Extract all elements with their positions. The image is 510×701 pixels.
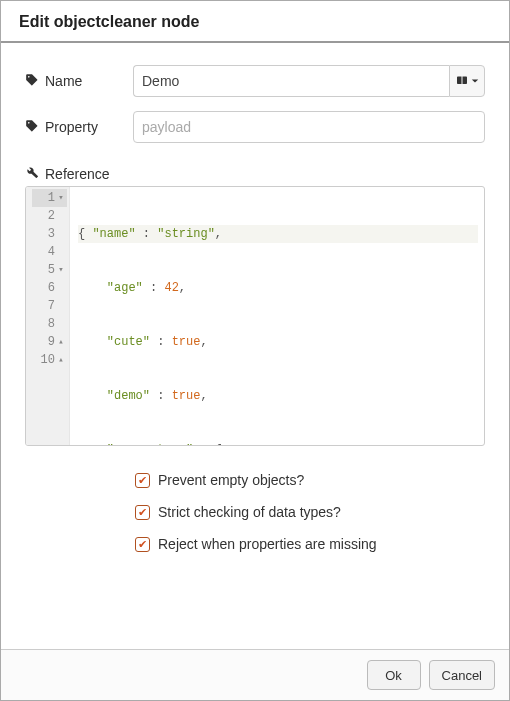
wrench-icon: [25, 165, 39, 182]
dialog-body: Name Property: [1, 43, 509, 578]
gutter-line: 1▾: [32, 189, 67, 207]
fold-icon[interactable]: ▾: [57, 261, 65, 279]
strict-types-row: Strict checking of data types?: [135, 504, 485, 520]
dialog-header: Edit objectcleaner node: [1, 1, 509, 43]
code-line: "demo" : true,: [78, 387, 478, 405]
cancel-button[interactable]: Cancel: [429, 660, 495, 690]
name-input[interactable]: [133, 65, 449, 97]
prevent-empty-label: Prevent empty objects?: [158, 472, 304, 488]
property-input-wrap: [133, 111, 485, 143]
reject-missing-label: Reject when properties are missing: [158, 536, 377, 552]
gutter-line: 2: [32, 207, 67, 225]
name-type-button[interactable]: [449, 65, 485, 97]
prevent-empty-checkbox[interactable]: [135, 473, 150, 488]
editor-code[interactable]: { "name" : "string", "age" : 42, "cute" …: [70, 187, 484, 445]
code-line: "parameters" : {: [78, 441, 478, 445]
property-input[interactable]: [133, 111, 485, 143]
property-label-text: Property: [45, 119, 98, 135]
reference-label-text: Reference: [45, 166, 110, 182]
book-icon: [456, 75, 468, 87]
dialog-footer: Ok Cancel: [1, 649, 509, 700]
strict-types-label: Strict checking of data types?: [158, 504, 341, 520]
property-label: Property: [25, 119, 133, 136]
reject-missing-checkbox[interactable]: [135, 537, 150, 552]
reject-missing-row: Reject when properties are missing: [135, 536, 485, 552]
name-label-text: Name: [45, 73, 82, 89]
fold-icon[interactable]: ▴: [57, 351, 65, 369]
editor-gutter: 1▾ 2 3 4 5▾ 6 7 8 9▴ 10▴: [26, 187, 70, 445]
property-row: Property: [25, 111, 485, 143]
gutter-line: 6: [32, 279, 67, 297]
reference-label: Reference: [25, 165, 485, 182]
gutter-line: 7: [32, 297, 67, 315]
tag-icon: [25, 73, 39, 90]
code-line: "age" : 42,: [78, 279, 478, 297]
code-line: "cute" : true,: [78, 333, 478, 351]
code-line: { "name" : "string",: [78, 225, 478, 243]
name-label: Name: [25, 73, 133, 90]
fold-icon[interactable]: ▾: [57, 189, 65, 207]
gutter-line: 5▾: [32, 261, 67, 279]
name-row: Name: [25, 65, 485, 97]
fold-icon[interactable]: ▴: [57, 333, 65, 351]
name-input-wrap: [133, 65, 485, 97]
reference-editor[interactable]: 1▾ 2 3 4 5▾ 6 7 8 9▴ 10▴ { "name" : "str…: [25, 186, 485, 446]
caret-down-icon: [471, 77, 479, 85]
ok-button[interactable]: Ok: [367, 660, 421, 690]
gutter-line: 8: [32, 315, 67, 333]
tag-icon: [25, 119, 39, 136]
gutter-line: 9▴: [32, 333, 67, 351]
gutter-line: 4: [32, 243, 67, 261]
dialog-title: Edit objectcleaner node: [19, 13, 491, 31]
gutter-line: 3: [32, 225, 67, 243]
strict-types-checkbox[interactable]: [135, 505, 150, 520]
prevent-empty-row: Prevent empty objects?: [135, 472, 485, 488]
options-group: Prevent empty objects? Strict checking o…: [135, 472, 485, 552]
gutter-line: 10▴: [32, 351, 67, 369]
